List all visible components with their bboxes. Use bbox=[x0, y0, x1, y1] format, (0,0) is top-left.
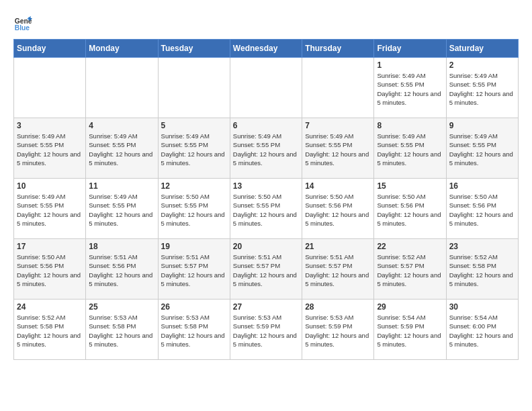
calendar-cell: 20Sunrise: 5:51 AM Sunset: 5:57 PM Dayli… bbox=[230, 239, 302, 300]
day-info: Sunrise: 5:50 AM Sunset: 5:55 PM Dayligh… bbox=[161, 192, 227, 228]
day-number: 3 bbox=[17, 121, 83, 130]
day-number: 24 bbox=[17, 302, 83, 312]
weekday-header-monday: Monday bbox=[86, 40, 158, 58]
day-number: 10 bbox=[17, 181, 83, 191]
day-info: Sunrise: 5:52 AM Sunset: 5:57 PM Dayligh… bbox=[377, 253, 443, 288]
day-number: 22 bbox=[377, 242, 443, 251]
day-info: Sunrise: 5:49 AM Sunset: 5:55 PM Dayligh… bbox=[449, 71, 515, 107]
day-info: Sunrise: 5:52 AM Sunset: 5:58 PM Dayligh… bbox=[449, 253, 515, 288]
calendar-cell: 27Sunrise: 5:53 AM Sunset: 5:59 PM Dayli… bbox=[230, 300, 302, 360]
calendar-week-row: 10Sunrise: 5:49 AM Sunset: 5:55 PM Dayli… bbox=[14, 179, 519, 239]
day-info: Sunrise: 5:49 AM Sunset: 5:55 PM Dayligh… bbox=[17, 192, 83, 228]
calendar-cell: 11Sunrise: 5:49 AM Sunset: 5:55 PM Dayli… bbox=[86, 179, 158, 239]
calendar-cell: 13Sunrise: 5:50 AM Sunset: 5:55 PM Dayli… bbox=[230, 179, 302, 239]
logo-icon: General Blue bbox=[13, 13, 32, 32]
day-info: Sunrise: 5:49 AM Sunset: 5:55 PM Dayligh… bbox=[377, 71, 443, 107]
calendar-cell: 17Sunrise: 5:50 AM Sunset: 5:56 PM Dayli… bbox=[14, 239, 86, 300]
day-info: Sunrise: 5:53 AM Sunset: 5:59 PM Dayligh… bbox=[305, 313, 371, 349]
day-info: Sunrise: 5:51 AM Sunset: 5:57 PM Dayligh… bbox=[233, 253, 299, 288]
day-number: 17 bbox=[17, 242, 83, 251]
day-info: Sunrise: 5:54 AM Sunset: 6:00 PM Dayligh… bbox=[449, 313, 515, 349]
calendar-cell: 10Sunrise: 5:49 AM Sunset: 5:55 PM Dayli… bbox=[14, 179, 86, 239]
day-number: 26 bbox=[161, 302, 227, 312]
day-info: Sunrise: 5:54 AM Sunset: 5:59 PM Dayligh… bbox=[377, 313, 443, 349]
calendar-cell: 30Sunrise: 5:54 AM Sunset: 6:00 PM Dayli… bbox=[446, 300, 518, 360]
calendar-cell: 25Sunrise: 5:53 AM Sunset: 5:58 PM Dayli… bbox=[86, 300, 158, 360]
weekday-header-row: SundayMondayTuesdayWednesdayThursdayFrid… bbox=[14, 40, 519, 58]
day-info: Sunrise: 5:51 AM Sunset: 5:57 PM Dayligh… bbox=[305, 253, 371, 288]
calendar-body: 1Sunrise: 5:49 AM Sunset: 5:55 PM Daylig… bbox=[14, 58, 519, 360]
day-info: Sunrise: 5:50 AM Sunset: 5:56 PM Dayligh… bbox=[377, 192, 443, 228]
day-number: 9 bbox=[449, 121, 515, 130]
calendar-cell: 22Sunrise: 5:52 AM Sunset: 5:57 PM Dayli… bbox=[374, 239, 446, 300]
header: General Blue bbox=[13, 13, 519, 32]
day-number: 29 bbox=[377, 302, 443, 312]
day-info: Sunrise: 5:49 AM Sunset: 5:55 PM Dayligh… bbox=[305, 132, 371, 167]
calendar-cell: 8Sunrise: 5:49 AM Sunset: 5:55 PM Daylig… bbox=[374, 118, 446, 179]
day-info: Sunrise: 5:51 AM Sunset: 5:56 PM Dayligh… bbox=[89, 253, 154, 288]
calendar-cell: 21Sunrise: 5:51 AM Sunset: 5:57 PM Dayli… bbox=[302, 239, 374, 300]
calendar-cell bbox=[86, 58, 158, 118]
calendar-cell bbox=[14, 58, 86, 118]
day-number: 19 bbox=[161, 242, 227, 251]
calendar-cell: 15Sunrise: 5:50 AM Sunset: 5:56 PM Dayli… bbox=[374, 179, 446, 239]
day-number: 1 bbox=[377, 60, 443, 70]
calendar-cell: 3Sunrise: 5:49 AM Sunset: 5:55 PM Daylig… bbox=[14, 118, 86, 179]
weekday-header-sunday: Sunday bbox=[14, 40, 86, 58]
day-number: 4 bbox=[89, 121, 154, 130]
day-number: 7 bbox=[305, 121, 371, 130]
day-info: Sunrise: 5:51 AM Sunset: 5:57 PM Dayligh… bbox=[161, 253, 227, 288]
calendar-cell: 18Sunrise: 5:51 AM Sunset: 5:56 PM Dayli… bbox=[86, 239, 158, 300]
calendar-cell: 26Sunrise: 5:53 AM Sunset: 5:58 PM Dayli… bbox=[158, 300, 230, 360]
calendar-cell: 9Sunrise: 5:49 AM Sunset: 5:55 PM Daylig… bbox=[446, 118, 518, 179]
day-number: 27 bbox=[233, 302, 299, 312]
day-number: 5 bbox=[161, 121, 227, 130]
day-info: Sunrise: 5:50 AM Sunset: 5:56 PM Dayligh… bbox=[17, 253, 83, 288]
day-info: Sunrise: 5:49 AM Sunset: 5:55 PM Dayligh… bbox=[89, 132, 154, 167]
day-number: 8 bbox=[377, 121, 443, 130]
calendar-week-row: 3Sunrise: 5:49 AM Sunset: 5:55 PM Daylig… bbox=[14, 118, 519, 179]
day-number: 14 bbox=[305, 181, 371, 191]
calendar-cell: 6Sunrise: 5:49 AM Sunset: 5:55 PM Daylig… bbox=[230, 118, 302, 179]
day-number: 21 bbox=[305, 242, 371, 251]
calendar-cell: 12Sunrise: 5:50 AM Sunset: 5:55 PM Dayli… bbox=[158, 179, 230, 239]
day-info: Sunrise: 5:53 AM Sunset: 5:58 PM Dayligh… bbox=[161, 313, 227, 349]
day-info: Sunrise: 5:50 AM Sunset: 5:56 PM Dayligh… bbox=[449, 192, 515, 228]
weekday-header-saturday: Saturday bbox=[446, 40, 518, 58]
day-number: 25 bbox=[89, 302, 154, 312]
calendar-cell: 2Sunrise: 5:49 AM Sunset: 5:55 PM Daylig… bbox=[446, 58, 518, 118]
calendar-cell: 28Sunrise: 5:53 AM Sunset: 5:59 PM Dayli… bbox=[302, 300, 374, 360]
day-info: Sunrise: 5:49 AM Sunset: 5:55 PM Dayligh… bbox=[377, 132, 443, 167]
day-number: 28 bbox=[305, 302, 371, 312]
logo: General Blue bbox=[13, 13, 36, 32]
day-number: 6 bbox=[233, 121, 299, 130]
calendar-cell bbox=[230, 58, 302, 118]
calendar-cell: 4Sunrise: 5:49 AM Sunset: 5:55 PM Daylig… bbox=[86, 118, 158, 179]
calendar-cell: 23Sunrise: 5:52 AM Sunset: 5:58 PM Dayli… bbox=[446, 239, 518, 300]
day-number: 15 bbox=[377, 181, 443, 191]
day-number: 23 bbox=[449, 242, 515, 251]
calendar-cell: 16Sunrise: 5:50 AM Sunset: 5:56 PM Dayli… bbox=[446, 179, 518, 239]
calendar-cell: 14Sunrise: 5:50 AM Sunset: 5:56 PM Dayli… bbox=[302, 179, 374, 239]
calendar-cell: 19Sunrise: 5:51 AM Sunset: 5:57 PM Dayli… bbox=[158, 239, 230, 300]
day-number: 20 bbox=[233, 242, 299, 251]
day-number: 18 bbox=[89, 242, 154, 251]
day-info: Sunrise: 5:53 AM Sunset: 5:58 PM Dayligh… bbox=[89, 313, 154, 349]
weekday-header-thursday: Thursday bbox=[302, 40, 374, 58]
day-info: Sunrise: 5:49 AM Sunset: 5:55 PM Dayligh… bbox=[233, 132, 299, 167]
day-number: 2 bbox=[449, 60, 515, 70]
day-info: Sunrise: 5:49 AM Sunset: 5:55 PM Dayligh… bbox=[89, 192, 154, 228]
calendar-cell bbox=[158, 58, 230, 118]
weekday-header-tuesday: Tuesday bbox=[158, 40, 230, 58]
day-info: Sunrise: 5:49 AM Sunset: 5:55 PM Dayligh… bbox=[449, 132, 515, 167]
calendar-cell: 29Sunrise: 5:54 AM Sunset: 5:59 PM Dayli… bbox=[374, 300, 446, 360]
day-number: 12 bbox=[161, 181, 227, 191]
calendar-table: SundayMondayTuesdayWednesdayThursdayFrid… bbox=[13, 39, 519, 360]
day-number: 30 bbox=[449, 302, 515, 312]
day-number: 16 bbox=[449, 181, 515, 191]
svg-text:Blue: Blue bbox=[15, 24, 30, 32]
weekday-header-friday: Friday bbox=[374, 40, 446, 58]
calendar-week-row: 17Sunrise: 5:50 AM Sunset: 5:56 PM Dayli… bbox=[14, 239, 519, 300]
calendar-cell: 7Sunrise: 5:49 AM Sunset: 5:55 PM Daylig… bbox=[302, 118, 374, 179]
calendar-cell: 1Sunrise: 5:49 AM Sunset: 5:55 PM Daylig… bbox=[374, 58, 446, 118]
